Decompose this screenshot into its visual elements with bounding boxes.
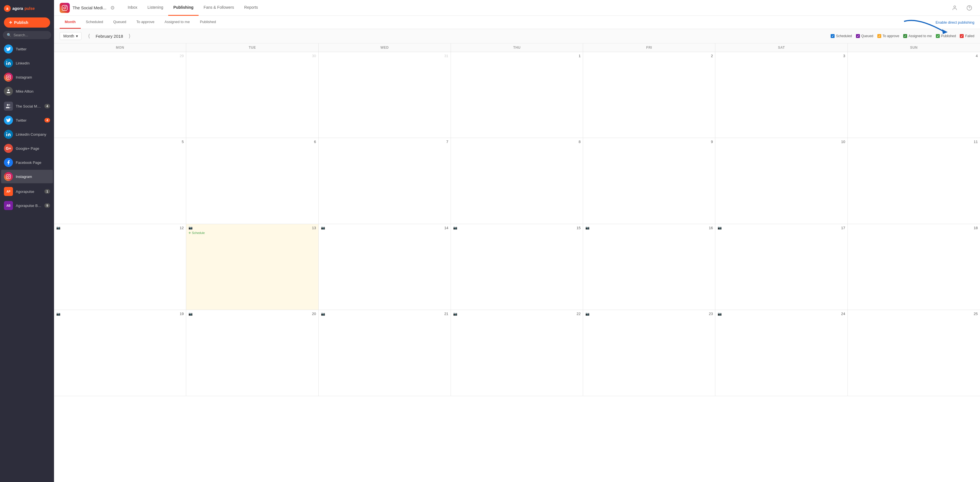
profile-header: The Social Medi... ⚙ — [60, 3, 116, 13]
tab-fans[interactable]: Fans & Followers — [199, 0, 239, 16]
table-row[interactable]: 3 — [715, 52, 848, 138]
table-row[interactable]: 📷 12 — [54, 224, 186, 310]
table-row[interactable]: 6 — [186, 138, 318, 224]
date-number: 📷 15 — [453, 226, 581, 230]
sidebar-item-twitter-personal[interactable]: Twitter — [1, 42, 53, 56]
sidebar-item-instagram-smh[interactable]: Instagram — [1, 170, 53, 183]
sidebar-item-label: Agorapulse Beta — [16, 204, 41, 208]
schedule-link[interactable]: ✈ Schedule — [188, 231, 316, 235]
table-row[interactable]: 10 — [715, 138, 848, 224]
subnav-tab-assigned[interactable]: Assigned to me — [159, 16, 195, 29]
date-number: 25 — [850, 312, 978, 316]
table-row[interactable]: 📷 19 — [54, 310, 186, 396]
user-icon-button[interactable] — [950, 3, 960, 13]
sidebar-item-label: Google+ Page — [16, 147, 50, 151]
sidebar-item-facebook-smh[interactable]: Facebook Page — [1, 156, 53, 169]
table-row[interactable]: 29 — [54, 52, 186, 138]
subnav-tab-to-approve[interactable]: To approve — [131, 16, 159, 29]
table-row[interactable]: 30 — [186, 52, 318, 138]
sidebar-item-google-smh[interactable]: G+ Google+ Page — [1, 142, 53, 155]
topbar-right — [950, 3, 974, 13]
table-row[interactable]: 9 — [583, 138, 715, 224]
table-row[interactable]: 📷 21 — [319, 310, 451, 396]
search-bar[interactable]: 🔍 Search... — [3, 31, 51, 39]
help-icon-button[interactable] — [964, 3, 974, 13]
view-select[interactable]: Month ▾ — [60, 32, 81, 40]
table-row[interactable]: 📷 13 ✈ Schedule — [186, 224, 318, 310]
table-row[interactable]: 4 — [848, 52, 980, 138]
date-number: 7 — [321, 140, 449, 144]
table-row[interactable]: 25 — [848, 310, 980, 396]
date-number: 18 — [850, 226, 978, 230]
legend-assigned: ✓ Assigned to me — [903, 34, 932, 38]
sidebar-item-instagram-personal[interactable]: Instagram — [1, 70, 53, 84]
table-row[interactable]: 📷 14 — [319, 224, 451, 310]
tab-inbox[interactable]: Inbox — [123, 0, 142, 16]
table-row[interactable]: 📷 16 — [583, 224, 715, 310]
subnav-tab-calendar[interactable]: Month — [60, 16, 81, 29]
svg-text:pulse: pulse — [24, 6, 35, 11]
subnav-tab-queued[interactable]: Queued — [108, 16, 131, 29]
sidebar-item-linkedin-smh[interactable]: LinkedIn Company — [1, 128, 53, 141]
table-row[interactable]: 2 — [583, 52, 715, 138]
table-row[interactable]: 5 — [54, 138, 186, 224]
avatar — [4, 158, 13, 167]
app-logo: a agora pulse — [0, 0, 54, 15]
sidebar-group-agorapulse-beta[interactable]: AB Agorapulse Beta 9 — [1, 199, 53, 212]
avatar — [4, 87, 13, 96]
date-number: 11 — [850, 140, 978, 144]
table-row[interactable]: 📷 15 — [451, 224, 583, 310]
sidebar-item-label: Twitter — [16, 118, 41, 123]
settings-icon[interactable]: ⚙ — [110, 5, 115, 11]
avatar: G+ — [4, 144, 13, 153]
prev-month-button[interactable]: ⟨ — [85, 32, 93, 40]
date-number: 10 — [718, 140, 845, 144]
table-row[interactable]: 📷 23 — [583, 310, 715, 396]
date-number: 30 — [188, 54, 316, 58]
sidebar-item-label: Instagram — [16, 174, 50, 179]
tab-listening[interactable]: Listening — [142, 0, 168, 16]
schedule-icon: ✈ — [188, 231, 191, 235]
table-row[interactable]: 31 — [319, 52, 451, 138]
sidebar-group-agorapulse[interactable]: AP Agorapulse 1 — [1, 185, 53, 198]
table-row[interactable]: 7 — [319, 138, 451, 224]
date-number: 📷 21 — [321, 312, 449, 316]
tab-publishing[interactable]: Publishing — [168, 0, 199, 16]
table-row[interactable]: 8 — [451, 138, 583, 224]
table-row[interactable]: 📷 24 — [715, 310, 848, 396]
publish-button[interactable]: ✈ Publish — [4, 18, 50, 27]
date-number: 2 — [585, 54, 713, 58]
table-row[interactable]: 📷 22 — [451, 310, 583, 396]
sidebar-item-mike-allton[interactable]: Mike Allton — [1, 85, 53, 98]
sidebar-item-label: LinkedIn — [16, 61, 50, 65]
tab-reports[interactable]: Reports — [239, 0, 263, 16]
next-month-button[interactable]: ⟩ — [125, 32, 134, 40]
table-row[interactable]: 📷 17 — [715, 224, 848, 310]
sidebar-item-twitter-smh[interactable]: Twitter 4 — [1, 113, 53, 127]
table-row[interactable]: 1 — [451, 52, 583, 138]
publish-icon: ✈ — [9, 20, 13, 25]
sidebar-item-label: Instagram — [16, 75, 50, 80]
sidebar-group-smh[interactable]: The Social Media Hat 4 — [1, 99, 53, 113]
subnav-tab-scheduled[interactable]: Scheduled — [81, 16, 108, 29]
legend-check-assigned: ✓ — [903, 34, 907, 38]
table-row[interactable]: 📷 20 — [186, 310, 318, 396]
day-mon: MON — [54, 43, 186, 52]
chevron-down-icon: ▾ — [76, 34, 78, 38]
badge: 4 — [45, 104, 50, 109]
svg-rect-11 — [6, 174, 11, 179]
table-row[interactable]: 18 — [848, 224, 980, 310]
svg-point-13 — [9, 175, 10, 176]
avatar — [4, 102, 13, 111]
table-row[interactable]: 11 — [848, 138, 980, 224]
svg-rect-14 — [62, 5, 67, 10]
enable-direct-publishing-link[interactable]: Enable direct publishing — [935, 20, 974, 24]
sidebar: a agora pulse ✈ Publish 🔍 Search... Twit… — [0, 0, 54, 482]
camera-icon: 📷 — [453, 226, 457, 230]
sidebar-item-linkedin-personal[interactable]: LinkedIn — [1, 56, 53, 70]
svg-point-7 — [9, 76, 10, 76]
day-tue: TUE — [186, 43, 318, 52]
date-number: 📷 13 — [188, 226, 316, 230]
date-number: 31 — [321, 54, 449, 58]
subnav-tab-published[interactable]: Published — [195, 16, 221, 29]
